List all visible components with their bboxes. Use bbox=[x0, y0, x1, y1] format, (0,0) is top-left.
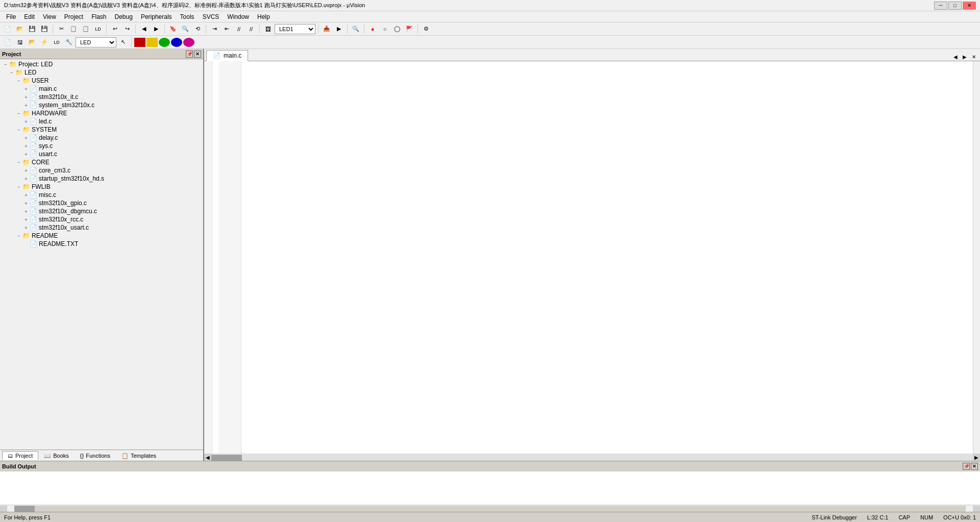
tb2-cursor[interactable]: ↖ bbox=[117, 37, 129, 48]
tree-node-usart[interactable]: + 📄 usart.c bbox=[1, 150, 202, 158]
menu-item-file[interactable]: File bbox=[2, 12, 20, 21]
tab-functions[interactable]: {} Functions bbox=[75, 451, 116, 460]
tb2-color3[interactable] bbox=[159, 38, 170, 47]
menu-item-view[interactable]: View bbox=[39, 12, 60, 21]
menu-item-debug[interactable]: Debug bbox=[111, 12, 137, 21]
redo-button[interactable]: ↪ bbox=[121, 23, 133, 35]
tree-expand-system[interactable]: + bbox=[22, 103, 30, 108]
tree-expand-usart[interactable]: + bbox=[22, 152, 30, 157]
tree-node-user[interactable]: − 📁 USER bbox=[1, 77, 202, 85]
tree-expand-gpio[interactable]: + bbox=[22, 201, 30, 206]
paste-button[interactable]: 📋 bbox=[80, 23, 91, 35]
tb2-btn6[interactable]: 🔧 bbox=[63, 37, 75, 48]
maximize-button[interactable]: □ bbox=[948, 2, 962, 10]
tree-node-gpio[interactable]: + 📄 stm32f10x_gpio.c bbox=[1, 199, 202, 207]
tree-expand-readme-folder[interactable]: − bbox=[15, 233, 22, 239]
settings-button[interactable]: ⚙ bbox=[421, 23, 432, 35]
tree-expand-led-c[interactable]: + bbox=[22, 119, 30, 125]
bottom-panel-pin[interactable]: 📌 bbox=[963, 463, 970, 470]
tree-expand-hardware[interactable]: − bbox=[15, 111, 22, 116]
debug-stop-button[interactable]: ○ bbox=[379, 23, 390, 35]
nav-back-button[interactable]: ◀ bbox=[138, 23, 150, 35]
unindent-button[interactable]: ⇤ bbox=[221, 23, 232, 35]
tree-node-led[interactable]: − 📁 LED bbox=[1, 68, 202, 77]
tree-node-system[interactable]: + 📄 system_stm32f10x.c bbox=[1, 101, 202, 109]
tree-node-hardware[interactable]: − 📁 HARDWARE bbox=[1, 109, 202, 117]
tree-node-sys[interactable]: + 📄 sys.c bbox=[1, 142, 202, 150]
hscroll-track[interactable] bbox=[211, 455, 973, 461]
run-button[interactable]: ▶ bbox=[333, 23, 345, 35]
menu-item-tools[interactable]: Tools bbox=[176, 12, 199, 21]
comment-button[interactable]: // bbox=[233, 23, 244, 35]
indent-button[interactable]: ⇥ bbox=[209, 23, 220, 35]
tree-expand-usart-fw[interactable]: + bbox=[22, 225, 30, 231]
tree-node-rcc[interactable]: + 📄 stm32f10x_rcc.c bbox=[1, 215, 202, 223]
debug-flag-button[interactable]: 🚩 bbox=[404, 23, 415, 35]
tree-node-startup[interactable]: + 📄 startup_stm32f10x_hd.s bbox=[1, 175, 202, 183]
code-editor[interactable] bbox=[204, 61, 973, 454]
bottom-panel-close[interactable]: ✕ bbox=[971, 463, 978, 470]
bottom-hscroll-left[interactable] bbox=[0, 506, 7, 512]
menu-item-window[interactable]: Window bbox=[223, 12, 253, 21]
debug-record-button[interactable]: ● bbox=[367, 23, 378, 35]
tree-expand-system-folder[interactable]: − bbox=[15, 127, 22, 133]
tree-expand-it[interactable]: + bbox=[22, 94, 30, 100]
cut-button[interactable]: ✂ bbox=[56, 23, 67, 35]
open-button[interactable]: 📂 bbox=[14, 23, 26, 35]
tab-project[interactable]: 🗂 Project bbox=[2, 451, 38, 460]
tb2-color1[interactable] bbox=[134, 38, 145, 47]
tree-expand-misc[interactable]: + bbox=[22, 192, 30, 198]
find2-button[interactable]: 🔍 bbox=[350, 23, 361, 35]
bottom-hscroll-track[interactable] bbox=[14, 506, 966, 512]
menu-item-project[interactable]: Project bbox=[60, 12, 87, 21]
tb2-btn1[interactable]: 📄 bbox=[2, 37, 13, 48]
load-button[interactable]: LD bbox=[92, 23, 104, 35]
tb2-color2[interactable] bbox=[146, 38, 158, 47]
tree-expand-fwlib[interactable]: − bbox=[15, 184, 22, 190]
tree-expand-dbgmcu[interactable]: + bbox=[22, 209, 30, 214]
tree-node-fwlib[interactable]: − 📁 FWLIB bbox=[1, 183, 202, 191]
bookmark-button[interactable]: 🔖 bbox=[167, 23, 179, 35]
editor-tab-main[interactable]: 📄 main.c bbox=[206, 50, 248, 61]
tab-templates[interactable]: 📋 Templates bbox=[116, 451, 162, 460]
save-button[interactable]: 💾 bbox=[27, 23, 38, 35]
menu-item-help[interactable]: Help bbox=[253, 12, 274, 21]
build-img-button[interactable]: 🖼 bbox=[262, 23, 274, 35]
tree-expand-startup[interactable]: + bbox=[22, 176, 30, 182]
tree-node-it[interactable]: + 📄 stm32f10x_it.c bbox=[1, 93, 202, 101]
bottom-scrollbar[interactable] bbox=[0, 505, 980, 512]
tree-expand-delay[interactable]: + bbox=[22, 135, 30, 141]
undo-button[interactable]: ↩ bbox=[109, 23, 120, 35]
tab-books[interactable]: 📖 Books bbox=[38, 451, 75, 460]
tb2-color5[interactable] bbox=[183, 38, 194, 47]
hscroll-left[interactable]: ◀ bbox=[204, 454, 211, 461]
tb2-btn5[interactable]: LD bbox=[51, 37, 62, 48]
tree-node-main[interactable]: + 📄 main.c bbox=[1, 85, 202, 93]
replace-button[interactable]: ⟲ bbox=[192, 23, 203, 35]
uncomment-button[interactable]: // bbox=[246, 23, 257, 35]
save-all-button[interactable]: 💾 bbox=[39, 23, 50, 35]
tree-node-core-cm3[interactable]: + 📄 core_cm3.c bbox=[1, 166, 202, 175]
tree-node-readme-folder[interactable]: − 📁 README bbox=[1, 232, 202, 240]
tree-expand-led[interactable]: − bbox=[8, 70, 15, 76]
tree-expand-core[interactable]: − bbox=[15, 160, 22, 165]
tb2-btn2[interactable]: 🖫 bbox=[14, 37, 26, 48]
tree-node-readme-txt[interactable]: 📄 README.TXT bbox=[1, 240, 202, 248]
tree-expand-main[interactable]: + bbox=[22, 86, 30, 92]
panel-close-button[interactable]: ✕ bbox=[194, 51, 201, 58]
tree-node-root[interactable]: − 📁 Project: LED bbox=[1, 60, 202, 68]
menu-item-edit[interactable]: Edit bbox=[20, 12, 39, 21]
tree-node-delay[interactable]: + 📄 delay.c bbox=[1, 134, 202, 142]
find-button[interactable]: 🔍 bbox=[180, 23, 191, 35]
tree-node-system-folder[interactable]: − 📁 SYSTEM bbox=[1, 126, 202, 134]
tree-node-misc[interactable]: + 📄 misc.c bbox=[1, 191, 202, 199]
tree-expand-user[interactable]: − bbox=[15, 78, 22, 84]
close-button[interactable]: ✕ bbox=[963, 2, 976, 10]
tree-expand-sys[interactable]: + bbox=[22, 143, 30, 149]
tree-node-dbgmcu[interactable]: + 📄 stm32f10x_dbgmcu.c bbox=[1, 207, 202, 215]
tree-node-core[interactable]: − 📁 CORE bbox=[1, 158, 202, 166]
tab-close-icon[interactable]: ✕ bbox=[970, 53, 978, 61]
menu-item-svcs[interactable]: SVCS bbox=[199, 12, 224, 21]
menu-item-flash[interactable]: Flash bbox=[87, 12, 110, 21]
hscroll-right[interactable]: ▶ bbox=[973, 454, 980, 461]
